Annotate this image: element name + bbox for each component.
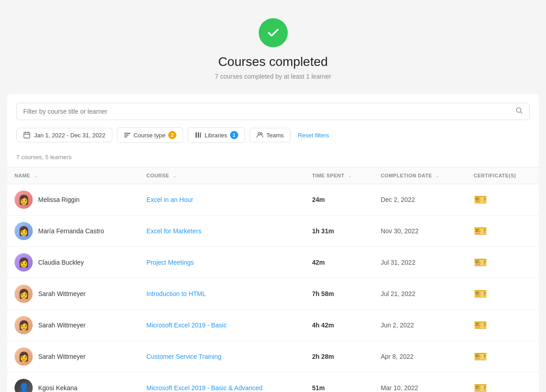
libraries-filter[interactable]: Libraries 1 [188, 127, 245, 143]
name-cell: 👩 Melissa Riggin [7, 184, 139, 216]
certificate-cell[interactable]: 🎫 [466, 310, 539, 341]
content-section: Jan 1, 2022 - Dec 31, 2022 Course type 2 [7, 94, 539, 392]
certificate-cell[interactable]: 🎫 [466, 247, 539, 278]
table-row: 👤 Kgosi Kekana Microsoft Excel 2019 - Ba… [7, 372, 539, 392]
certificate-cell[interactable]: 🎫 [466, 278, 539, 310]
svg-point-8 [258, 133, 260, 135]
svg-rect-1 [24, 133, 30, 138]
filter-row: Jan 1, 2022 - Dec 31, 2022 Course type 2 [16, 127, 530, 150]
completion-date-cell: Jun 2, 2022 [373, 310, 466, 341]
avatar: 👩 [15, 285, 33, 303]
course-link[interactable]: Microsoft Excel 2019 - Basic & Advanced [146, 384, 262, 392]
course-cell[interactable]: Introduction to HTML [139, 278, 305, 310]
learner-name: Sarah Wittmeyer [38, 322, 85, 329]
learner-name: María Fernanda Castro [38, 227, 104, 235]
course-link[interactable]: Microsoft Excel 2019 - Basic [146, 322, 227, 329]
course-link[interactable]: Customer Service Training [146, 353, 221, 360]
course-type-icon [124, 131, 131, 139]
svg-rect-5 [195, 132, 197, 138]
libraries-icon [195, 131, 202, 139]
courses-table: NAME ⌄ COURSE ⌄ TIME SPENT ⌄ COMPLETIO [7, 167, 539, 392]
reset-filters-button[interactable]: Reset filters [295, 129, 332, 142]
table-row: 👩 Claudia Buckley Project Meetings42mJul… [7, 247, 539, 278]
certificate-icon[interactable]: 🎫 [474, 193, 487, 206]
svg-rect-4 [124, 136, 127, 137]
course-type-label: Course type [134, 132, 165, 139]
sort-name-icon: ⌄ [34, 173, 38, 178]
certificate-icon[interactable]: 🎫 [474, 287, 487, 300]
course-type-filter[interactable]: Course type 2 [117, 127, 183, 143]
course-link[interactable]: Excel for Marketers [146, 227, 201, 235]
col-completion-date[interactable]: COMPLETION DATE ⌄ [373, 167, 466, 184]
search-icon [516, 107, 523, 116]
certificate-icon[interactable]: 🎫 [474, 382, 487, 392]
time-spent-value: 51m [312, 384, 325, 392]
course-cell[interactable]: Microsoft Excel 2019 - Basic [139, 310, 305, 341]
success-icon [259, 18, 288, 47]
name-cell: 👩 Sarah Wittmeyer [7, 341, 139, 372]
course-cell[interactable]: Excel for Marketers [139, 216, 305, 247]
svg-rect-7 [200, 132, 201, 138]
col-course[interactable]: COURSE ⌄ [139, 167, 305, 184]
certificate-icon[interactable]: 🎫 [474, 256, 487, 268]
table-row: 👩 María Fernanda Castro Excel for Market… [7, 216, 539, 247]
time-spent-value: 1h 31m [312, 227, 334, 235]
certificate-cell[interactable]: 🎫 [466, 184, 539, 216]
time-spent-cell: 42m [305, 247, 373, 278]
col-name[interactable]: NAME ⌄ [7, 167, 139, 184]
svg-rect-3 [124, 135, 129, 136]
name-cell: 👩 Sarah Wittmeyer [7, 278, 139, 310]
teams-filter[interactable]: Teams [250, 128, 291, 142]
libraries-badge: 1 [230, 131, 238, 139]
time-spent-value: 7h 58m [312, 290, 334, 297]
certificate-cell[interactable]: 🎫 [466, 216, 539, 247]
course-cell[interactable]: Customer Service Training [139, 341, 305, 372]
course-cell[interactable]: Microsoft Excel 2019 - Basic & Advanced [139, 372, 305, 392]
date-range-filter[interactable]: Jan 1, 2022 - Dec 31, 2022 [16, 128, 112, 142]
completion-date-cell: Jul 31, 2022 [373, 247, 466, 278]
date-range-label: Jan 1, 2022 - Dec 31, 2022 [34, 132, 105, 139]
calendar-icon [23, 131, 30, 139]
search-input[interactable] [23, 108, 516, 115]
sort-date-icon: ⌄ [436, 173, 440, 178]
completion-date-cell: Nov 30, 2022 [373, 216, 466, 247]
table-container: NAME ⌄ COURSE ⌄ TIME SPENT ⌄ COMPLETIO [7, 167, 539, 392]
course-link[interactable]: Project Meetings [146, 259, 194, 266]
completion-date-value: Jul 21, 2022 [381, 290, 415, 297]
name-cell: 👩 María Fernanda Castro [7, 216, 139, 247]
learner-name: Sarah Wittmeyer [38, 290, 85, 297]
time-spent-cell: 1h 31m [305, 216, 373, 247]
time-spent-cell: 7h 58m [305, 278, 373, 310]
certificate-icon[interactable]: 🎫 [474, 319, 487, 331]
course-link[interactable]: Excel in an Hour [146, 196, 193, 203]
time-spent-cell: 51m [305, 372, 373, 392]
completion-date-value: Mar 10, 2022 [381, 384, 418, 392]
time-spent-cell: 4h 42m [305, 310, 373, 341]
header-section: Courses completed 7 courses completed by… [0, 0, 546, 94]
col-time-spent[interactable]: TIME SPENT ⌄ [305, 167, 373, 184]
table-header-row: NAME ⌄ COURSE ⌄ TIME SPENT ⌄ COMPLETIO [7, 167, 539, 184]
course-cell[interactable]: Project Meetings [139, 247, 305, 278]
course-link[interactable]: Introduction to HTML [146, 290, 206, 297]
svg-point-9 [260, 133, 262, 135]
completion-date-value: Nov 30, 2022 [381, 227, 418, 235]
page-title: Courses completed [9, 55, 537, 69]
certificate-cell[interactable]: 🎫 [466, 341, 539, 372]
course-cell[interactable]: Excel in an Hour [139, 184, 305, 216]
col-certificates: CERTIFICATE(S) [466, 167, 539, 184]
search-container[interactable] [16, 103, 530, 120]
certificate-cell[interactable]: 🎫 [466, 372, 539, 392]
page-subtitle: 7 courses completed by at least 1 learne… [9, 73, 537, 80]
time-spent-cell: 2h 28m [305, 341, 373, 372]
avatar: 👩 [15, 191, 33, 209]
certificate-icon[interactable]: 🎫 [474, 350, 487, 362]
svg-rect-2 [124, 133, 130, 134]
time-spent-value: 2h 28m [312, 353, 334, 360]
completion-date-value: Apr 8, 2022 [381, 353, 413, 360]
avatar: 👩 [15, 347, 33, 366]
table-row: 👩 Melissa Riggin Excel in an Hour24mDec … [7, 184, 539, 216]
table-row: 👩 Sarah Wittmeyer Introduction to HTML7h… [7, 278, 539, 310]
results-count: 7 courses, 5 learners [7, 150, 539, 167]
certificate-icon[interactable]: 🎫 [474, 225, 487, 237]
learner-name: Kgosi Kekana [38, 384, 77, 392]
